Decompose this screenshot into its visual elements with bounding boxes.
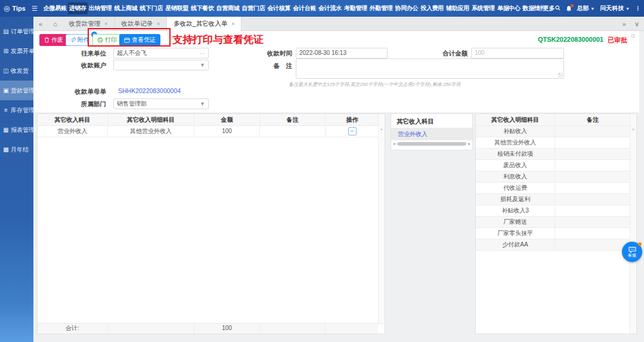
income-lines-table: 其它收入科目 其它收入明细科目 金额 备注 操作 营业外收入 其他营业外收入 1… xyxy=(37,113,385,334)
report-icon: ▦ xyxy=(2,127,10,133)
top-menu-item[interactable]: 线下门店 xyxy=(138,2,164,14)
top-menu-item[interactable]: 外勤管理 xyxy=(369,2,394,14)
scroll-up-icon[interactable]: ▲ xyxy=(379,127,385,131)
remove-row-button[interactable]: − xyxy=(348,127,357,135)
sidebar-item-orders[interactable]: ▤订单管理 xyxy=(0,21,33,41)
top-menu-item[interactable]: 投入费用 xyxy=(419,2,445,14)
voucher-card-icon xyxy=(124,38,130,43)
category-item-selected[interactable]: 营业外收入 xyxy=(391,128,472,140)
scroll-right-icon[interactable]: ► xyxy=(467,142,471,146)
expand-icon[interactable]: » xyxy=(623,20,626,27)
top-menu-item[interactable]: 自营商城 xyxy=(215,2,241,14)
detail-row[interactable]: 厂家零头抹平 xyxy=(476,228,636,239)
customer-service-button[interactable]: 客服 xyxy=(622,242,642,262)
notification-bell[interactable] xyxy=(566,5,572,12)
close-icon[interactable]: × xyxy=(104,21,107,27)
top-menu-item[interactable]: 考勤管理 xyxy=(343,2,369,14)
top-menu-item[interactable]: 会计台账 xyxy=(292,2,317,14)
category-hscrollbar[interactable]: ◄ ► xyxy=(391,140,472,147)
sidebar-item-shipping[interactable]: ◫收发货 xyxy=(0,61,33,81)
document-info: QTSK2022083000001 已审批 xyxy=(538,36,634,45)
brand-label: Tips xyxy=(12,5,25,12)
brand-icon: ◎ xyxy=(4,4,10,13)
sidebar-item-payments[interactable]: ▣货款管理 xyxy=(0,81,33,100)
income-table-scrollbar[interactable]: ▲ xyxy=(378,114,385,334)
service-notification-dot xyxy=(638,242,642,246)
scroll-up-icon[interactable]: ▲ xyxy=(630,127,636,131)
lookup-ellipsis-icon[interactable]: ··· xyxy=(200,48,205,58)
chevron-down-icon[interactable]: ∨ xyxy=(634,20,639,28)
more-menu[interactable]: 更多 xyxy=(543,4,561,13)
top-menu-item[interactable]: 星销联盟 xyxy=(164,2,190,14)
detail-row[interactable]: 废品收入 xyxy=(476,160,636,171)
department-label: 所属部门 xyxy=(57,100,106,109)
receipt-time-field[interactable]: 2022-08-30 16:13 xyxy=(296,48,388,58)
footer-total-label: 合计: xyxy=(38,323,108,334)
top-menu-item[interactable]: 线下餐饮 xyxy=(190,2,215,14)
kebab-menu-icon[interactable]: ⋮ xyxy=(635,5,640,11)
top-menu-item[interactable]: 自营门店 xyxy=(241,2,267,14)
voucher-form-panel: 作废 附件 0 打印 查看凭证 支持打印与查看凭证 QTSK2022083000… xyxy=(33,31,639,112)
partner-field[interactable]: 超人不会飞 ··· xyxy=(113,48,209,58)
detail-row[interactable]: 损耗及返利 xyxy=(476,194,636,205)
top-menu-item[interactable]: 辅助应用 xyxy=(445,2,470,14)
void-button[interactable]: 作废 xyxy=(39,34,68,46)
parent-doc-link[interactable]: SHHK2022083000004 xyxy=(118,87,181,94)
total-amount-value: 100 xyxy=(475,48,561,58)
payment-icon: ▣ xyxy=(2,87,10,94)
calendar-icon: ▩ xyxy=(2,146,10,153)
top-menu-item[interactable]: 会计流水 xyxy=(317,2,343,14)
hamburger-icon[interactable]: ☰ xyxy=(32,5,38,13)
detail-row[interactable]: 核销未付款项 xyxy=(476,149,636,160)
detail-table-scrollbar[interactable]: ▲ xyxy=(630,114,636,334)
top-menu-item[interactable]: 单据中心 xyxy=(496,2,522,14)
print-button[interactable]: 打印 xyxy=(92,34,122,46)
close-icon[interactable]: × xyxy=(157,21,160,27)
detail-row[interactable]: 补贴收入3 xyxy=(476,205,636,217)
org-switcher[interactable]: 总部 ▼ xyxy=(577,4,595,13)
detail-row[interactable]: 利息收入 xyxy=(476,171,636,183)
top-menu-item[interactable]: 协同办公 xyxy=(394,2,419,14)
status-stamp-icon xyxy=(631,35,634,38)
remark-label: 备 注 xyxy=(264,62,292,70)
remark-textarea[interactable] xyxy=(296,58,564,79)
hscroll-thumb[interactable] xyxy=(397,142,466,146)
tab-strip: « ⌂ 收货款管理× 收款单记录× 多收款_其它收入单× » ∨ xyxy=(33,17,644,31)
tab-receipt-records[interactable]: 收款单记录× xyxy=(115,17,168,31)
top-menu-item[interactable]: 系统管理 xyxy=(470,2,496,14)
income-table-row[interactable]: 营业外收入 其他营业外收入 100 − xyxy=(38,126,385,137)
account-select[interactable]: ▼ xyxy=(113,60,209,70)
tenant-switcher[interactable]: 问天科技 ▼ xyxy=(600,4,630,13)
detail-row[interactable]: 厂家赠送 xyxy=(476,217,636,228)
top-menu: 企微易账 进销存 出纳管理 线上商城 线下门店 星销联盟 线下餐饮 自营商城 自… xyxy=(42,2,543,14)
sidebar-item-inventory[interactable]: ≡库存管理 xyxy=(0,100,33,120)
cell-remark xyxy=(260,126,326,137)
detail-row[interactable]: 少付款AA xyxy=(476,239,636,251)
close-icon[interactable]: × xyxy=(231,21,234,27)
sidebar-item-invoice[interactable]: ⊞发票开单 xyxy=(0,41,33,61)
top-menu-item-active[interactable]: 进销存 xyxy=(68,2,88,14)
sidebar-item-label: 发票开单 xyxy=(11,47,35,56)
top-menu-item[interactable]: 企微易账 xyxy=(42,2,68,14)
top-menu-item[interactable]: 线上商城 xyxy=(113,2,139,14)
detail-row[interactable]: 补贴收入 xyxy=(476,126,636,137)
collapse-icon[interactable]: « xyxy=(33,20,48,27)
tab-payment-mgmt[interactable]: 收货款管理× xyxy=(63,17,115,31)
sidebar-item-monthend[interactable]: ▩月年结 xyxy=(0,140,33,159)
top-menu-item[interactable]: 会计核算 xyxy=(266,2,292,14)
home-icon[interactable]: ⌂ xyxy=(48,20,63,27)
detail-row[interactable]: 其他营业外收入 xyxy=(476,137,636,149)
department-select[interactable]: 销售管理部 ▼ xyxy=(113,98,209,109)
cell-subject: 营业外收入 xyxy=(38,126,108,137)
cell-remark xyxy=(555,149,630,160)
trash-icon xyxy=(44,37,49,43)
scroll-left-icon[interactable]: ◄ xyxy=(392,142,396,146)
detail-row[interactable]: 代收运费 xyxy=(476,183,636,194)
top-menu-item[interactable]: 数据情报 xyxy=(522,2,543,14)
sidebar-item-reports[interactable]: ▦报表管理 xyxy=(0,120,33,140)
view-voucher-button[interactable]: 查看凭证 xyxy=(119,34,160,46)
top-menu-item[interactable]: 出纳管理 xyxy=(88,2,113,14)
tab-other-income-voucher[interactable]: 多收款_其它收入单× xyxy=(167,17,242,31)
resize-handle-icon[interactable] xyxy=(558,73,563,78)
attachment-button[interactable]: 附件 0 xyxy=(66,34,94,46)
